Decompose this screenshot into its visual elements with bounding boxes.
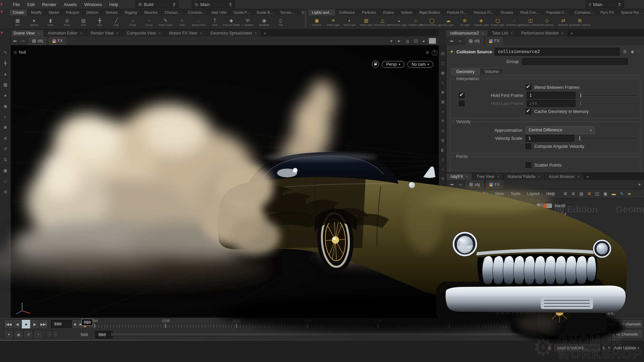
network-toolbar-icon[interactable]: ▣ [603,191,607,196]
display-option-icon[interactable]: ▤ [441,51,444,56]
shelf-tool[interactable]: △ Geometry Light [374,15,391,29]
display-option-icon[interactable]: ⇅ [441,177,444,181]
close-tab-icon[interactable]: × [255,31,257,35]
approximation-dropdown[interactable]: Central Difference ▾ [526,126,595,134]
shelf-tool[interactable]: ☼ Distant Light [407,15,424,29]
range-limit-button2[interactable]: ▪ [52,331,58,338]
shelf-tool[interactable]: ○ Circle [124,15,141,29]
display-option-icon[interactable]: ◐ [442,80,444,84]
camera-lock-button[interactable] [372,61,379,68]
shelf-tab[interactable]: Container... [571,9,597,15]
network-menu-item[interactable]: Edit [465,190,479,197]
shelf-tab[interactable]: Lights and... [309,9,336,15]
viewport-tool-icon[interactable]: ● [2,93,9,99]
back-arrow-icon[interactable]: ⬅ [449,182,455,187]
close-tab-icon[interactable]: × [561,31,564,35]
main-take-selector[interactable]: ◎ Main [192,1,235,8]
cook-path-stepper[interactable] [602,346,605,350]
cook-path-field[interactable]: /obj/FX/SMOKE... [554,345,600,351]
network-menu-item[interactable]: Go [479,190,492,197]
viewport-tool-icon[interactable]: ◇ [2,178,9,184]
menu-item[interactable]: Help [106,1,122,8]
shelf-tab[interactable]: Rigid Bodies [416,9,444,15]
shelf-tool[interactable]: ╱ Line [108,15,124,29]
desktop-selector[interactable]: ⊞ Build [136,1,178,8]
range-start-field[interactable]: 980 [95,331,113,339]
shelf-divider-grip[interactable] [305,11,307,27]
hold-first-frame-enable[interactable] [459,93,465,98]
shelf-tool[interactable]: ⇄ Switcher [555,15,572,29]
pane-tab[interactable]: Take List× [488,30,517,37]
range-limit-button[interactable]: ▪ [46,331,52,338]
pin-icon[interactable]: ➤ [396,39,402,44]
pane-tab[interactable]: Composite View× [123,30,165,37]
shelf-tool[interactable]: ● Sphere [26,15,42,29]
close-tab-icon[interactable]: × [158,31,160,35]
shelf-tool[interactable]: ✎ Draw Curve [157,15,174,29]
shelf-tab[interactable]: Particles [359,9,380,15]
desktop-stepper[interactable] [173,3,175,6]
close-tab-icon[interactable]: × [577,175,579,179]
close-tab-icon[interactable]: × [466,175,468,179]
close-tab-icon[interactable]: × [481,31,483,35]
pane-tab[interactable]: Motion FX View× [165,30,206,37]
close-tab-icon[interactable]: × [37,31,39,35]
channel-graph-icon[interactable]: ≈ [595,332,597,337]
back-arrow-icon[interactable]: ⬅ [12,39,18,44]
viewport-tool-icon[interactable]: ⊕ [2,135,9,141]
viewport-tool-icon[interactable]: ⚙ [2,189,9,195]
shelf-tool[interactable]: ▤ Grid [75,15,92,29]
loop-mode-icon[interactable]: ↺ [23,330,33,339]
shelf-tab[interactable]: Pyro FX [597,9,618,15]
pane-tab[interactable]: Material Palette× [503,173,545,180]
path-chip-fx[interactable]: FX [486,37,503,45]
shelf-tool[interactable]: ☀ Point Light [325,15,341,29]
box-display-icon[interactable]: ⊡ [413,39,419,44]
shelf-tab[interactable]: Fluid Con... [517,9,543,15]
node-attribdelete1[interactable]: attribdelete1 [454,301,495,306]
shelf-tab[interactable]: Guide B... [253,9,277,15]
range-end-value[interactable]: 1145 [559,332,570,337]
shelf-tab[interactable]: Populate C... [543,9,571,15]
menu-item[interactable]: Edit [23,1,38,8]
jump-start-button[interactable]: |◀◀ [4,319,13,329]
network-toolbar-icon[interactable]: ▰ [628,191,631,196]
shelf-tool[interactable]: ╋ Null [92,15,108,29]
gear-icon[interactable]: ⚙ [623,49,628,54]
shelf-tab[interactable]: Modify [28,9,45,15]
playbar-options-icon[interactable]: ✦ [4,330,14,339]
projection-selector[interactable]: Persp▾ [382,61,405,68]
pane-expand-arrow[interactable] [1,31,3,34]
shelf-tab[interactable]: Guide P... [230,9,253,15]
pane-tab[interactable]: Geometry Spreadsheet× [206,30,261,37]
camera-selector[interactable]: No cam▾ [407,61,433,68]
shelf-tool[interactable]: ◒ Volume Light [391,15,407,29]
shelf-tab[interactable]: Viscous Fl... [470,9,497,15]
shelf-tool[interactable]: Ψ L-System [239,15,256,29]
velocity-scale-field[interactable]: 1 [526,135,575,142]
network-toolbar-icon[interactable]: ≣ [572,191,575,196]
network-menu-item[interactable]: Help [543,190,558,197]
shelf-tool[interactable]: ☁ Sky Light [440,15,457,29]
audio-options-icon[interactable]: ◉ [14,330,23,339]
playhead-marker[interactable] [83,326,87,328]
node-convert3[interactable]: ert3 [552,221,559,225]
display-option-icon[interactable]: ○ [442,167,444,171]
pane-tab[interactable]: collisionsource2× [446,30,488,37]
add-pane-tab-button[interactable]: + [584,174,592,180]
viewport-tool-icon[interactable]: ▦ [2,82,9,88]
shelf-tab[interactable]: Terrain... [277,9,298,15]
pane-tab[interactable]: Animation Editor× [44,30,87,37]
realtime-toggle-icon[interactable]: ◔ [33,330,43,339]
shelf-tab[interactable]: Collisions [336,9,359,15]
shelf-tool[interactable]: ◈ Caustic Light [473,15,489,29]
viewport-tool-icon[interactable]: ▣ [2,168,9,174]
take-stepper[interactable] [229,3,232,6]
shaded-display-icon[interactable]: ● [421,39,426,44]
aim-icon[interactable]: ◎ [405,39,410,44]
path-chip-obj[interactable]: obj [466,37,483,45]
pane-tab[interactable]: Render View× [87,30,123,37]
close-tab-icon[interactable]: × [116,31,118,35]
network-toolbar-icon[interactable]: ▬ [611,191,615,196]
play-reverse-button[interactable]: ◀ [13,319,22,329]
